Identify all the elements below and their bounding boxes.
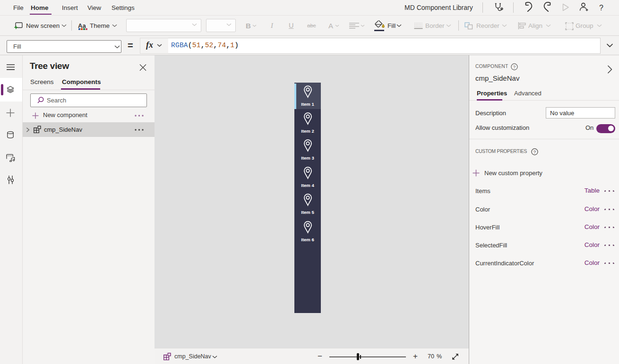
svg-text:?: ? [513,64,516,69]
svg-text:?: ? [533,149,536,154]
